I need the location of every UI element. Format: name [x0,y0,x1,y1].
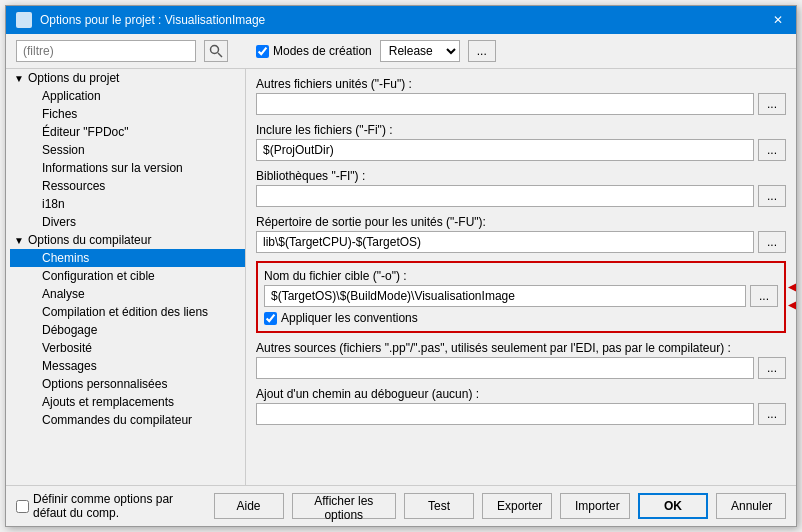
tree-group-label-options-projet[interactable]: ▼ Options du projet [10,69,245,87]
appliquer-row: Appliquer les conventions [264,311,778,325]
mode-select[interactable]: Release [380,40,460,62]
ajout-debogueur-row: ... [256,403,786,425]
form-group-inclure: Inclure les fichiers ("-Fi") : ... [256,123,786,161]
expand-arrow-options-projet: ▼ [14,73,28,84]
tree-group-options-projet: ▼ Options du projet Application Fiches [6,69,245,231]
autres-sources-dots-button[interactable]: ... [758,357,786,379]
sidebar-item-divers[interactable]: Divers [10,213,245,231]
sidebar-item-ressources[interactable]: Ressources [10,177,245,195]
sidebar-item-analyse[interactable]: Analyse [10,285,245,303]
nom-fichier-section: Nom du fichier cible ("-o") : ... Appliq… [256,261,786,333]
test-button[interactable]: Test [404,493,474,519]
sidebar-item-application[interactable]: Application [10,87,245,105]
form-group-autres-sources: Autres sources (fichiers ".pp"/".pas", u… [256,341,786,379]
form-group-autres-fichiers: Autres fichiers unités ("-Fu") : ... [256,77,786,115]
main-area: ▼ Options du projet Application Fiches [6,69,796,485]
repertoire-input[interactable] [256,231,754,253]
form-group-bibliotheques: Bibliothèques "-FI") : ... [256,169,786,207]
importer-button[interactable]: Importer [560,493,630,519]
aide-button[interactable]: Aide [214,493,284,519]
sidebar-item-config-cible[interactable]: Configuration et cible [10,267,245,285]
autres-fichiers-label: Autres fichiers unités ("-Fu") : [256,77,786,91]
mode-dots-button[interactable]: ... [468,40,496,62]
bibliotheques-label: Bibliothèques "-FI") : [256,169,786,183]
nom-fichier-label: Nom du fichier cible ("-o") : [264,269,778,283]
dialog-content: Modes de création Release ... ▼ Options … [6,34,796,526]
sidebar-item-verbosite[interactable]: Verbosité [10,339,245,357]
sidebar-item-options-perso[interactable]: Options personnalisées [10,375,245,393]
afficher-options-button[interactable]: Afficher les options [292,493,397,519]
nom-fichier-input[interactable] [264,285,746,307]
bibliotheques-dots-button[interactable]: ... [758,185,786,207]
ajout-debogueur-input[interactable] [256,403,754,425]
sidebar-item-fpdoc[interactable]: Éditeur "FPDoc" [10,123,245,141]
exporter-button[interactable]: Exporter [482,493,552,519]
sidebar-item-debogage[interactable]: Débogage [10,321,245,339]
default-options-label: Définir comme options par défaut du comp… [16,492,198,520]
filter-search-button[interactable] [204,40,228,62]
repertoire-row: ... [256,231,786,253]
expand-arrow-options-compilateur: ▼ [14,235,28,246]
inclure-dots-button[interactable]: ... [758,139,786,161]
annuler-button[interactable]: Annuler [716,493,786,519]
default-options-checkbox[interactable] [16,500,29,513]
title-bar-controls: ✕ [770,12,786,28]
autres-sources-input[interactable] [256,357,754,379]
autres-fichiers-input[interactable] [256,93,754,115]
search-icon [209,44,223,58]
sidebar-item-commandes[interactable]: Commandes du compilateur [10,411,245,429]
autres-sources-label: Autres sources (fichiers ".pp"/".pas", u… [256,341,786,355]
tree-group-label-options-compilateur[interactable]: ▼ Options du compilateur [10,231,245,249]
autres-sources-row: ... [256,357,786,379]
sidebar-item-chemins[interactable]: Chemins [10,249,245,267]
dialog-title: Options pour le projet : VisualisationIm… [40,13,265,27]
tree-children-options-compilateur: Chemins Configuration et cible Analyse C… [10,249,245,429]
filter-input[interactable] [16,40,196,62]
autres-fichiers-dots-button[interactable]: ... [758,93,786,115]
svg-line-1 [218,53,222,57]
sidebar-item-infos-version[interactable]: Informations sur la version [10,159,245,177]
sidebar-panel: ▼ Options du projet Application Fiches [6,69,246,485]
sidebar-item-ajouts[interactable]: Ajouts et remplacements [10,393,245,411]
top-bar: Modes de création Release ... [6,34,796,69]
repertoire-label: Répertoire de sortie pour les unités ("-… [256,215,786,229]
bottom-bar: Définir comme options par défaut du comp… [6,485,796,526]
autres-fichiers-row: ... [256,93,786,115]
nom-fichier-highlighted: Nom du fichier cible ("-o") : ... Appliq… [256,261,786,333]
nom-fichier-dots-button[interactable]: ... [750,285,778,307]
inclure-label: Inclure les fichiers ("-Fi") : [256,123,786,137]
right-panel: Autres fichiers unités ("-Fu") : ... Inc… [246,69,796,485]
sidebar-tree: ▼ Options du projet Application Fiches [6,69,245,485]
sidebar-item-fiches[interactable]: Fiches [10,105,245,123]
inclure-input[interactable] [256,139,754,161]
nom-fichier-row: ... [264,285,778,307]
tree-group-options-compilateur: ▼ Options du compilateur Chemins Configu… [6,231,245,429]
sidebar-item-session[interactable]: Session [10,141,245,159]
bibliotheques-row: ... [256,185,786,207]
repertoire-dots-button[interactable]: ... [758,231,786,253]
main-dialog: Options pour le projet : VisualisationIm… [5,5,797,527]
appliquer-label: Appliquer les conventions [281,311,418,325]
appliquer-checkbox[interactable] [264,312,277,325]
svg-point-0 [211,46,219,54]
ok-button[interactable]: OK [638,493,708,519]
modes-creation-label: Modes de création [256,44,372,58]
ajout-debogueur-dots-button[interactable]: ... [758,403,786,425]
ajout-debogueur-label: Ajout d'un chemin au débogueur (aucun) : [256,387,786,401]
modes-creation-checkbox[interactable] [256,45,269,58]
form-group-ajout-debogueur: Ajout d'un chemin au débogueur (aucun) :… [256,387,786,425]
sidebar-item-compilation[interactable]: Compilation et édition des liens [10,303,245,321]
title-bar: Options pour le projet : VisualisationIm… [6,6,796,34]
inclure-row: ... [256,139,786,161]
red-arrow-svg [786,270,796,325]
bibliotheques-input[interactable] [256,185,754,207]
form-group-repertoire: Répertoire de sortie pour les unités ("-… [256,215,786,253]
tree-children-options-projet: Application Fiches Éditeur "FPDoc" Sessi… [10,87,245,231]
sidebar-item-i18n[interactable]: i18n [10,195,245,213]
sidebar-item-messages[interactable]: Messages [10,357,245,375]
close-button[interactable]: ✕ [770,12,786,28]
